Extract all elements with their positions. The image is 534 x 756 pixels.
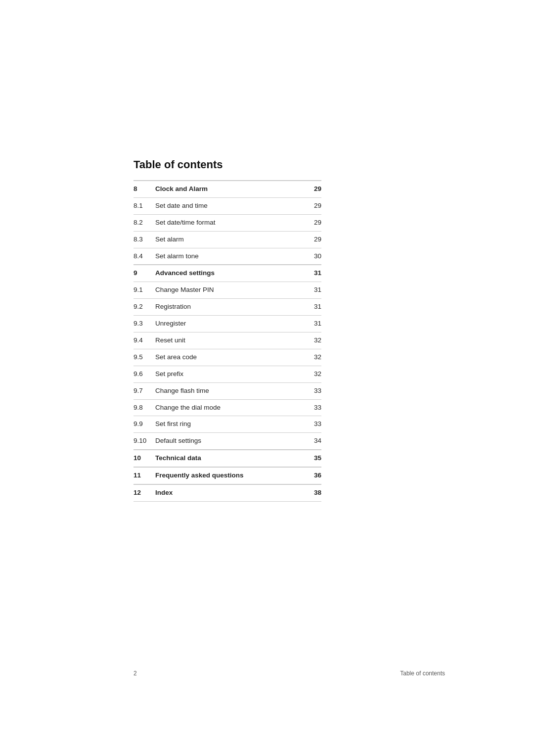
toc-title: Change Master PIN	[155, 282, 304, 299]
toc-row: 9.6Set prefix32	[134, 366, 321, 382]
toc-number: 10	[134, 450, 155, 467]
toc-page: 29	[304, 197, 321, 214]
toc-row: 8.2Set date/time format29	[134, 214, 321, 231]
toc-title: Set alarm	[155, 231, 304, 248]
toc-row: 9.7Change flash time33	[134, 382, 321, 399]
toc-number: 8	[134, 181, 155, 197]
toc-page: 29	[304, 231, 321, 248]
toc-page: 33	[304, 399, 321, 416]
toc-page: 29	[304, 181, 321, 197]
toc-number: 11	[134, 467, 155, 484]
toc-number: 8.3	[134, 231, 155, 248]
toc-page: 32	[304, 332, 321, 349]
toc-row: 9.1Change Master PIN31	[134, 282, 321, 299]
toc-number: 8.1	[134, 197, 155, 214]
toc-row: 8Clock and Alarm29	[134, 181, 321, 197]
toc-heading: Table of contents	[134, 158, 321, 171]
toc-number: 8.4	[134, 248, 155, 265]
toc-row: 9.5Set area code32	[134, 349, 321, 366]
toc-page: 35	[304, 450, 321, 467]
toc-title: Set date/time format	[155, 214, 304, 231]
toc-number: 9.7	[134, 382, 155, 399]
toc-row: 8.1Set date and time29	[134, 197, 321, 214]
toc-row: 9.10Default settings34	[134, 433, 321, 450]
toc-row: 9.9Set first ring33	[134, 416, 321, 433]
toc-title: Set date and time	[155, 197, 304, 214]
toc-number: 8.2	[134, 214, 155, 231]
toc-title: Default settings	[155, 433, 304, 450]
toc-title: Clock and Alarm	[155, 181, 304, 197]
toc-page: 36	[304, 467, 321, 484]
toc-row: 12Index38	[134, 484, 321, 501]
toc-page: 31	[304, 282, 321, 299]
toc-title: Advanced settings	[155, 265, 304, 282]
toc-page: 29	[304, 214, 321, 231]
toc-page: 34	[304, 433, 321, 450]
toc-number: 9.3	[134, 316, 155, 332]
toc-row: 9.4Reset unit32	[134, 332, 321, 349]
toc-title: Set area code	[155, 349, 304, 366]
toc-page: 32	[304, 349, 321, 366]
toc-title: Set first ring	[155, 416, 304, 433]
toc-title: Unregister	[155, 316, 304, 332]
toc-number: 12	[134, 484, 155, 501]
toc-number: 9.1	[134, 282, 155, 299]
toc-page: 38	[304, 484, 321, 501]
toc-title: Registration	[155, 299, 304, 316]
toc-number: 9.2	[134, 299, 155, 316]
toc-table: 8Clock and Alarm298.1Set date and time29…	[134, 180, 321, 502]
toc-row: 8.4Set alarm tone30	[134, 248, 321, 265]
toc-row: 9Advanced settings31	[134, 265, 321, 282]
toc-row: 9.2Registration31	[134, 299, 321, 316]
toc-title: Technical data	[155, 450, 304, 467]
toc-page: 33	[304, 416, 321, 433]
toc-number: 9.9	[134, 416, 155, 433]
toc-row: 9.8Change the dial mode33	[134, 399, 321, 416]
toc-row: 10Technical data35	[134, 450, 321, 467]
footer-section-label: Table of contents	[400, 670, 445, 677]
toc-title: Index	[155, 484, 304, 501]
page: Table of contents 8Clock and Alarm298.1S…	[0, 0, 534, 756]
toc-page: 30	[304, 248, 321, 265]
footer-page-number: 2	[134, 670, 137, 677]
toc-title: Frequently asked questions	[155, 467, 304, 484]
toc-number: 9.6	[134, 366, 155, 382]
toc-title: Change flash time	[155, 382, 304, 399]
toc-title: Reset unit	[155, 332, 304, 349]
toc-page: 31	[304, 299, 321, 316]
toc-number: 9.8	[134, 399, 155, 416]
toc-page: 31	[304, 265, 321, 282]
toc-row: 9.3Unregister31	[134, 316, 321, 332]
toc-page: 33	[304, 382, 321, 399]
toc-page: 32	[304, 366, 321, 382]
toc-number: 9.4	[134, 332, 155, 349]
toc-number: 9.5	[134, 349, 155, 366]
content-area: Table of contents 8Clock and Alarm298.1S…	[134, 158, 321, 502]
toc-row: 8.3Set alarm29	[134, 231, 321, 248]
toc-title: Change the dial mode	[155, 399, 304, 416]
toc-title: Set alarm tone	[155, 248, 304, 265]
toc-page: 31	[304, 316, 321, 332]
toc-row: 11Frequently asked questions36	[134, 467, 321, 484]
toc-title: Set prefix	[155, 366, 304, 382]
toc-number: 9	[134, 265, 155, 282]
toc-number: 9.10	[134, 433, 155, 450]
